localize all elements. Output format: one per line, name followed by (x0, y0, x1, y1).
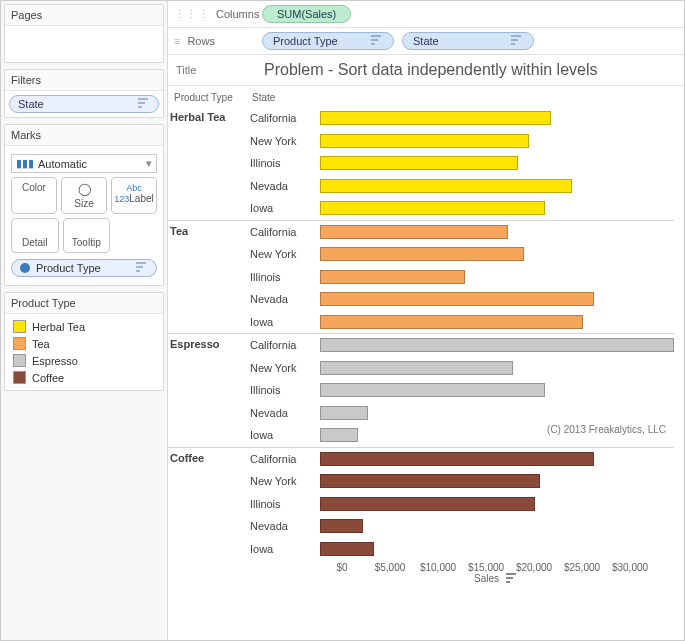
state-label: Nevada (250, 407, 320, 419)
bar[interactable] (320, 361, 513, 375)
bar[interactable] (320, 247, 524, 261)
bar[interactable] (320, 542, 374, 556)
svg-rect-8 (371, 43, 375, 45)
state-label: Nevada (250, 520, 320, 532)
x-axis-label: Sales (474, 573, 499, 584)
rows-shelf[interactable]: ≡ Rows Product Type State (168, 28, 684, 55)
svg-rect-0 (138, 98, 148, 100)
svg-rect-5 (136, 270, 140, 272)
state-label: California (250, 339, 320, 351)
bar[interactable] (320, 292, 594, 306)
marks-tooltip-button[interactable]: Tooltip (63, 218, 111, 253)
bar[interactable] (320, 156, 518, 170)
group-label: Coffee (168, 448, 250, 561)
filter-pill-label: State (18, 98, 44, 110)
bar[interactable] (320, 497, 535, 511)
state-label: New York (250, 475, 320, 487)
legend-label: Tea (32, 338, 50, 350)
marks-color-pill-label: Product Type (36, 262, 101, 274)
columns-shelf-label: Columns (216, 8, 259, 20)
sidebar: Pages Filters State Marks ▮▮▮ Automatic (1, 1, 168, 640)
bar[interactable] (320, 270, 465, 284)
axis-sort-icon[interactable] (506, 573, 518, 585)
chart-row: California (250, 221, 674, 244)
legend-swatch (13, 320, 26, 333)
bar[interactable] (320, 201, 545, 215)
marks-title: Marks (5, 125, 163, 146)
axis-tick: $10,000 (414, 562, 462, 573)
legend-item[interactable]: Tea (9, 335, 159, 352)
columns-field-pill[interactable]: SUM(Sales) (262, 5, 351, 23)
state-label: Iowa (250, 202, 320, 214)
chart-row: Nevada (250, 288, 674, 311)
app-root: Pages Filters State Marks ▮▮▮ Automatic (0, 0, 685, 641)
bar[interactable] (320, 338, 674, 352)
marks-label-button[interactable]: Abc123Label (111, 177, 157, 214)
filters-card: Filters State (4, 69, 164, 118)
chart-area: Product Type State Herbal TeaCaliforniaN… (168, 86, 684, 640)
bar-chart-icon: ▮▮▮ (16, 157, 34, 170)
rows-field-1-label: State (413, 35, 439, 47)
bar[interactable] (320, 519, 363, 533)
rows-field-pill-0[interactable]: Product Type (262, 32, 394, 50)
pages-title: Pages (5, 5, 163, 26)
svg-rect-4 (136, 266, 143, 268)
x-axis-title: Sales (318, 573, 674, 585)
group-label: Herbal Tea (168, 107, 250, 220)
chart-row: New York (250, 130, 674, 153)
color-dot-icon (20, 263, 30, 273)
axis-tick: $5,000 (366, 562, 414, 573)
bar[interactable] (320, 111, 551, 125)
svg-rect-1 (138, 102, 145, 104)
bar[interactable] (320, 225, 508, 239)
rows-grip-icon: ≡ (174, 35, 181, 47)
chart-credit: (C) 2013 Freakalytics, LLC (547, 424, 666, 435)
chart-group: CoffeeCaliforniaNew YorkIllinoisNevadaIo… (168, 447, 674, 561)
axis-tick: $0 (318, 562, 366, 573)
rows-field-pill-1[interactable]: State (402, 32, 534, 50)
columns-label-wrap: ⋮⋮⋮ Columns (174, 8, 254, 21)
axis-tick: $20,000 (510, 562, 558, 573)
chart-row: California (250, 448, 674, 471)
bar[interactable] (320, 315, 583, 329)
marks-color-pill[interactable]: Product Type (11, 259, 157, 277)
bar[interactable] (320, 134, 529, 148)
marks-color-label: Color (22, 182, 46, 193)
marks-label-label: Label (129, 193, 153, 204)
legend-swatch (13, 371, 26, 384)
pages-body[interactable] (5, 26, 163, 62)
sort-icon (136, 262, 148, 274)
svg-rect-13 (506, 577, 513, 579)
marks-size-button[interactable]: ◯Size (61, 177, 107, 214)
svg-rect-10 (511, 39, 518, 41)
rows-label-wrap: ≡ Rows (174, 35, 254, 47)
state-label: Illinois (250, 498, 320, 510)
chart-title[interactable]: Problem - Sort data independently within… (264, 61, 598, 79)
filter-pill-state[interactable]: State (9, 95, 159, 113)
chart-headers: Product Type State (168, 90, 674, 107)
bar[interactable] (320, 474, 540, 488)
marks-color-button[interactable]: Color (11, 177, 57, 214)
header-product-type: Product Type (174, 92, 252, 103)
chart-row: California (250, 334, 674, 357)
legend-item[interactable]: Espresso (9, 352, 159, 369)
legend-item[interactable]: Coffee (9, 369, 159, 386)
columns-shelf[interactable]: ⋮⋮⋮ Columns SUM(Sales) (168, 1, 684, 28)
main-panel: ⋮⋮⋮ Columns SUM(Sales) ≡ Rows Product Ty… (168, 1, 684, 640)
bar[interactable] (320, 452, 594, 466)
chart-row: Illinois (250, 152, 674, 175)
bar[interactable] (320, 383, 545, 397)
bar[interactable] (320, 428, 358, 442)
chart-row: California (250, 107, 674, 130)
marks-detail-button[interactable]: Detail (11, 218, 59, 253)
bar[interactable] (320, 179, 572, 193)
state-label: California (250, 226, 320, 238)
bar[interactable] (320, 406, 368, 420)
chart-row: Illinois (250, 379, 674, 402)
svg-rect-14 (506, 581, 510, 583)
state-label: Illinois (250, 271, 320, 283)
chart-row: New York (250, 470, 674, 493)
tooltip-icon (64, 223, 110, 237)
marks-type-select[interactable]: ▮▮▮ Automatic ▾ (11, 154, 157, 173)
legend-item[interactable]: Herbal Tea (9, 318, 159, 335)
